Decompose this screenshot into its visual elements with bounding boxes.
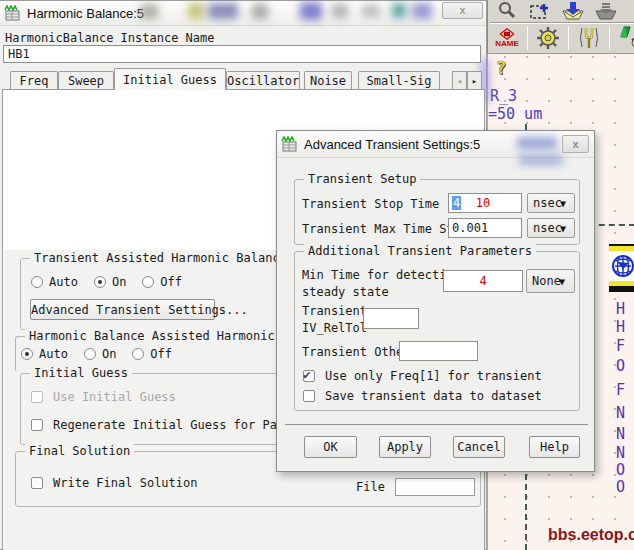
schematic-component-value: =50 um [488, 105, 542, 123]
stop-time-selected-text: 4 [452, 196, 461, 210]
min-time-input[interactable]: 4 [443, 270, 523, 292]
export-mail-icon[interactable] [593, 1, 619, 21]
zoom-tool-icon[interactable] [494, 1, 520, 21]
tahb-radio-on[interactable] [94, 276, 106, 288]
tab-small-sig[interactable]: Small-Sig [358, 71, 440, 90]
tune-fork-icon[interactable] [576, 28, 602, 48]
toolbar-separator [527, 26, 528, 50]
tab-scroll-left-button[interactable]: ◂ [452, 71, 467, 90]
stop-time-value: 10 [476, 196, 490, 210]
instance-name-label: HarmonicBalance Instance Name [5, 31, 215, 45]
max-step-input[interactable]: 0.001 [448, 218, 522, 238]
final-solution-group-title: Final Solution [25, 444, 134, 458]
tab-oscillator[interactable]: Oscillator [226, 71, 300, 90]
tab-scroll-right-button[interactable]: ▸ [467, 71, 482, 90]
tahb-radio-auto[interactable] [31, 276, 43, 288]
schematic-help-icon: ? [496, 58, 506, 78]
write-final-solution-label[interactable]: Write Final Solution [53, 476, 198, 490]
hbahb-radio-auto-label[interactable]: Auto [39, 347, 68, 361]
name-tool-icon[interactable]: NAME [494, 28, 520, 48]
instance-name-input[interactable]: HB1 [3, 45, 481, 63]
min-time-label-line1: Min Time for detecting [302, 268, 461, 282]
advanced-transient-settings-dialog: Advanced Transient Settings:5 x Transien… [276, 130, 595, 472]
window-close-button[interactable]: x [442, 2, 483, 19]
tahb-group-title: Transient Assisted Harmonic Balance [30, 251, 291, 265]
hbahb-radio-off-label[interactable]: Off [150, 347, 172, 361]
save-dataset-label[interactable]: Save transient data to dataset [325, 389, 542, 403]
use-initial-guess-checkbox [31, 391, 43, 403]
window-title: Harmonic Balance:5 [27, 6, 144, 21]
ok-button[interactable]: OK [304, 436, 357, 458]
dialog-title: Advanced Transient Settings:5 [304, 137, 480, 152]
tab-sweep[interactable]: Sweep [58, 71, 114, 90]
tahb-radio-off-label[interactable]: Off [160, 275, 182, 289]
schematic-toolbar: NAME [487, 0, 634, 54]
regenerate-initial-guess-checkbox[interactable] [31, 419, 43, 431]
schematic-component-name: R_3 [490, 87, 517, 105]
name-tool-label: NAME [495, 40, 519, 48]
stop-time-input[interactable]: 4 10 [448, 193, 522, 213]
hbahb-radio-off[interactable] [132, 348, 144, 360]
blurred-region [519, 155, 563, 165]
dialog-titlebar[interactable]: Advanced Transient Settings:5 [277, 131, 594, 158]
tab-strip: Freq Sweep Initial Guess Oscillator Nois… [2, 68, 485, 90]
cancel-button[interactable]: Cancel [453, 436, 505, 458]
watermark-text: bbs.eetop.cn [548, 526, 634, 544]
tahb-radio-off[interactable] [142, 276, 154, 288]
iv-reltol-label-line1: Transient [302, 304, 367, 318]
chevron-down-icon: ▼ [559, 276, 565, 287]
apply-button[interactable]: Apply [379, 436, 431, 458]
stop-time-unit-dropdown[interactable]: nsec▼ [527, 193, 575, 213]
place-component-icon[interactable] [527, 1, 553, 21]
hbahb-radio-on-label[interactable]: On [102, 347, 116, 361]
help-button[interactable]: Help [529, 436, 580, 458]
chevron-down-icon: ▼ [560, 198, 566, 209]
hbahb-radio-auto[interactable] [21, 348, 33, 360]
globe-component-icon [609, 244, 634, 292]
simulation-settings-gear-icon[interactable] [535, 28, 561, 48]
chevron-down-icon: ▼ [560, 223, 566, 234]
use-freq1-checkbox[interactable] [303, 370, 315, 382]
tab-noise[interactable]: Noise [304, 71, 352, 90]
file-input[interactable] [395, 478, 475, 496]
tahb-radio-auto-label[interactable]: Auto [49, 275, 78, 289]
use-freq1-label[interactable]: Use only Freq[1] for transient [325, 369, 542, 383]
max-step-label: Transient Max Time Step [302, 222, 468, 236]
save-dataset-checkbox[interactable] [303, 390, 315, 402]
write-final-solution-checkbox[interactable] [31, 477, 43, 489]
advanced-transient-settings-button[interactable]: Advanced Transient Settings... [30, 299, 215, 320]
initial-guess-group-title: Initial Guess [30, 366, 132, 380]
dialog-close-button[interactable]: x [562, 135, 589, 153]
transient-other-input[interactable] [399, 341, 478, 361]
max-step-unit-dropdown[interactable]: nsec▼ [527, 218, 575, 238]
dialog-separator [285, 424, 588, 425]
blurred-region [517, 137, 557, 149]
stop-time-label: Transient Stop Time [302, 197, 439, 211]
use-initial-guess-label: Use Initial Guess [53, 390, 176, 404]
min-time-label-line2: steady state [302, 285, 389, 299]
tahb-radio-on-label[interactable]: On [112, 275, 126, 289]
dialog-icon [281, 136, 298, 152]
iv-reltol-input[interactable] [363, 308, 419, 329]
tab-freq[interactable]: Freq [10, 71, 58, 90]
file-label: File [356, 480, 385, 494]
transient-setup-title: Transient Setup [304, 172, 420, 186]
iv-reltol-label-line2: IV_RelTol [302, 321, 367, 335]
window-icon [4, 5, 21, 21]
tab-initial-guess[interactable]: Initial Guess [114, 68, 226, 90]
import-mail-icon[interactable] [560, 1, 586, 21]
transient-other-label: Transient Other [302, 345, 410, 359]
additional-params-title: Additional Transient Parameters [304, 244, 536, 258]
hbahb-radio-on[interactable] [84, 348, 96, 360]
min-time-unit-dropdown[interactable]: None▼ [526, 269, 575, 293]
toolbar-separator [568, 26, 569, 50]
toolbar-separator [609, 26, 610, 50]
update-arrows-icon[interactable] [617, 28, 634, 48]
clipped-tool-icon[interactable] [626, 1, 634, 21]
